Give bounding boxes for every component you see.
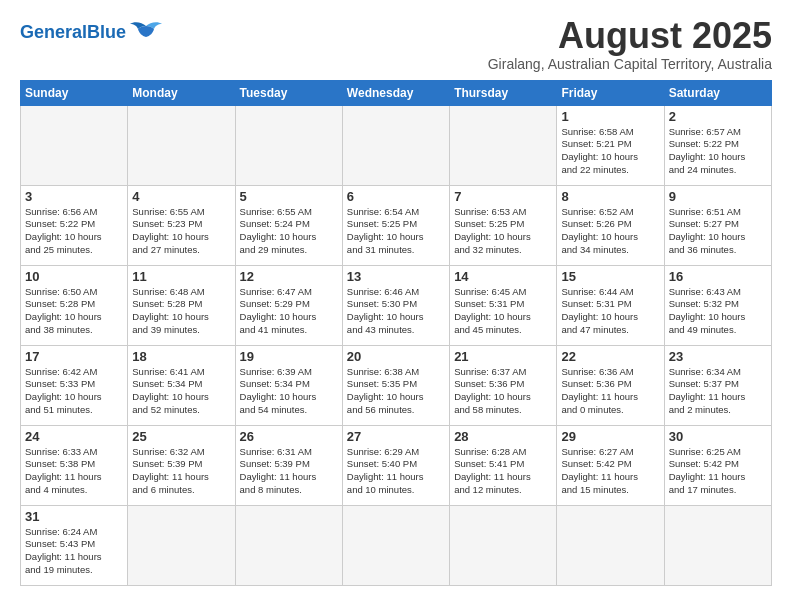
calendar-day: 19Sunrise: 6:39 AM Sunset: 5:34 PM Dayli… (235, 345, 342, 425)
calendar-day: 7Sunrise: 6:53 AM Sunset: 5:25 PM Daylig… (450, 185, 557, 265)
calendar-week-1: 1Sunrise: 6:58 AM Sunset: 5:21 PM Daylig… (21, 105, 772, 185)
calendar-week-3: 10Sunrise: 6:50 AM Sunset: 5:28 PM Dayli… (21, 265, 772, 345)
calendar-day (664, 505, 771, 585)
day-number: 23 (669, 349, 767, 364)
calendar-day (21, 105, 128, 185)
calendar-day: 2Sunrise: 6:57 AM Sunset: 5:22 PM Daylig… (664, 105, 771, 185)
day-number: 1 (561, 109, 659, 124)
calendar-day: 31Sunrise: 6:24 AM Sunset: 5:43 PM Dayli… (21, 505, 128, 585)
calendar-day (450, 505, 557, 585)
calendar-day: 22Sunrise: 6:36 AM Sunset: 5:36 PM Dayli… (557, 345, 664, 425)
day-number: 17 (25, 349, 123, 364)
calendar-day (342, 105, 449, 185)
day-number: 28 (454, 429, 552, 444)
calendar-day: 23Sunrise: 6:34 AM Sunset: 5:37 PM Dayli… (664, 345, 771, 425)
calendar-day: 29Sunrise: 6:27 AM Sunset: 5:42 PM Dayli… (557, 425, 664, 505)
weekday-header-thursday: Thursday (450, 80, 557, 105)
calendar-day: 15Sunrise: 6:44 AM Sunset: 5:31 PM Dayli… (557, 265, 664, 345)
day-number: 4 (132, 189, 230, 204)
calendar-week-4: 17Sunrise: 6:42 AM Sunset: 5:33 PM Dayli… (21, 345, 772, 425)
calendar-day (450, 105, 557, 185)
logo-bird-icon (128, 20, 164, 44)
calendar-day: 11Sunrise: 6:48 AM Sunset: 5:28 PM Dayli… (128, 265, 235, 345)
day-number: 2 (669, 109, 767, 124)
day-info: Sunrise: 6:24 AM Sunset: 5:43 PM Dayligh… (25, 526, 123, 577)
day-info: Sunrise: 6:55 AM Sunset: 5:24 PM Dayligh… (240, 206, 338, 257)
day-info: Sunrise: 6:51 AM Sunset: 5:27 PM Dayligh… (669, 206, 767, 257)
calendar-day (557, 505, 664, 585)
day-info: Sunrise: 6:54 AM Sunset: 5:25 PM Dayligh… (347, 206, 445, 257)
day-number: 15 (561, 269, 659, 284)
calendar-day: 5Sunrise: 6:55 AM Sunset: 5:24 PM Daylig… (235, 185, 342, 265)
day-info: Sunrise: 6:34 AM Sunset: 5:37 PM Dayligh… (669, 366, 767, 417)
calendar-day: 30Sunrise: 6:25 AM Sunset: 5:42 PM Dayli… (664, 425, 771, 505)
calendar-day: 16Sunrise: 6:43 AM Sunset: 5:32 PM Dayli… (664, 265, 771, 345)
day-info: Sunrise: 6:33 AM Sunset: 5:38 PM Dayligh… (25, 446, 123, 497)
day-info: Sunrise: 6:46 AM Sunset: 5:30 PM Dayligh… (347, 286, 445, 337)
day-info: Sunrise: 6:45 AM Sunset: 5:31 PM Dayligh… (454, 286, 552, 337)
calendar-day (235, 505, 342, 585)
calendar-day: 24Sunrise: 6:33 AM Sunset: 5:38 PM Dayli… (21, 425, 128, 505)
day-info: Sunrise: 6:56 AM Sunset: 5:22 PM Dayligh… (25, 206, 123, 257)
calendar-day: 6Sunrise: 6:54 AM Sunset: 5:25 PM Daylig… (342, 185, 449, 265)
day-number: 14 (454, 269, 552, 284)
calendar-day (342, 505, 449, 585)
day-number: 11 (132, 269, 230, 284)
day-number: 21 (454, 349, 552, 364)
day-number: 31 (25, 509, 123, 524)
calendar-day (235, 105, 342, 185)
day-info: Sunrise: 6:31 AM Sunset: 5:39 PM Dayligh… (240, 446, 338, 497)
day-info: Sunrise: 6:48 AM Sunset: 5:28 PM Dayligh… (132, 286, 230, 337)
location-title: Giralang, Australian Capital Territory, … (488, 56, 772, 72)
day-number: 10 (25, 269, 123, 284)
calendar-day: 28Sunrise: 6:28 AM Sunset: 5:41 PM Dayli… (450, 425, 557, 505)
calendar-day: 27Sunrise: 6:29 AM Sunset: 5:40 PM Dayli… (342, 425, 449, 505)
weekday-header-tuesday: Tuesday (235, 80, 342, 105)
day-info: Sunrise: 6:43 AM Sunset: 5:32 PM Dayligh… (669, 286, 767, 337)
month-title: August 2025 (488, 16, 772, 56)
day-info: Sunrise: 6:47 AM Sunset: 5:29 PM Dayligh… (240, 286, 338, 337)
weekday-header-monday: Monday (128, 80, 235, 105)
day-info: Sunrise: 6:27 AM Sunset: 5:42 PM Dayligh… (561, 446, 659, 497)
day-number: 19 (240, 349, 338, 364)
day-number: 6 (347, 189, 445, 204)
calendar-week-6: 31Sunrise: 6:24 AM Sunset: 5:43 PM Dayli… (21, 505, 772, 585)
calendar-day: 13Sunrise: 6:46 AM Sunset: 5:30 PM Dayli… (342, 265, 449, 345)
calendar-day (128, 105, 235, 185)
weekday-header-saturday: Saturday (664, 80, 771, 105)
day-number: 3 (25, 189, 123, 204)
day-number: 27 (347, 429, 445, 444)
calendar-day (128, 505, 235, 585)
day-number: 24 (25, 429, 123, 444)
day-info: Sunrise: 6:42 AM Sunset: 5:33 PM Dayligh… (25, 366, 123, 417)
day-number: 5 (240, 189, 338, 204)
day-number: 13 (347, 269, 445, 284)
day-info: Sunrise: 6:58 AM Sunset: 5:21 PM Dayligh… (561, 126, 659, 177)
calendar-week-5: 24Sunrise: 6:33 AM Sunset: 5:38 PM Dayli… (21, 425, 772, 505)
day-info: Sunrise: 6:41 AM Sunset: 5:34 PM Dayligh… (132, 366, 230, 417)
day-number: 26 (240, 429, 338, 444)
weekday-header-sunday: Sunday (21, 80, 128, 105)
day-info: Sunrise: 6:44 AM Sunset: 5:31 PM Dayligh… (561, 286, 659, 337)
day-number: 30 (669, 429, 767, 444)
day-number: 9 (669, 189, 767, 204)
day-number: 29 (561, 429, 659, 444)
title-section: August 2025 Giralang, Australian Capital… (488, 16, 772, 72)
day-info: Sunrise: 6:25 AM Sunset: 5:42 PM Dayligh… (669, 446, 767, 497)
day-number: 18 (132, 349, 230, 364)
day-info: Sunrise: 6:36 AM Sunset: 5:36 PM Dayligh… (561, 366, 659, 417)
weekday-header-wednesday: Wednesday (342, 80, 449, 105)
day-info: Sunrise: 6:37 AM Sunset: 5:36 PM Dayligh… (454, 366, 552, 417)
calendar-day: 18Sunrise: 6:41 AM Sunset: 5:34 PM Dayli… (128, 345, 235, 425)
day-number: 7 (454, 189, 552, 204)
calendar-day: 25Sunrise: 6:32 AM Sunset: 5:39 PM Dayli… (128, 425, 235, 505)
day-number: 8 (561, 189, 659, 204)
calendar-day: 3Sunrise: 6:56 AM Sunset: 5:22 PM Daylig… (21, 185, 128, 265)
calendar-week-2: 3Sunrise: 6:56 AM Sunset: 5:22 PM Daylig… (21, 185, 772, 265)
day-number: 20 (347, 349, 445, 364)
day-info: Sunrise: 6:53 AM Sunset: 5:25 PM Dayligh… (454, 206, 552, 257)
day-info: Sunrise: 6:28 AM Sunset: 5:41 PM Dayligh… (454, 446, 552, 497)
day-info: Sunrise: 6:29 AM Sunset: 5:40 PM Dayligh… (347, 446, 445, 497)
calendar-table: SundayMondayTuesdayWednesdayThursdayFrid… (20, 80, 772, 586)
page-header: GeneralBlue August 2025 Giralang, Austra… (20, 16, 772, 72)
